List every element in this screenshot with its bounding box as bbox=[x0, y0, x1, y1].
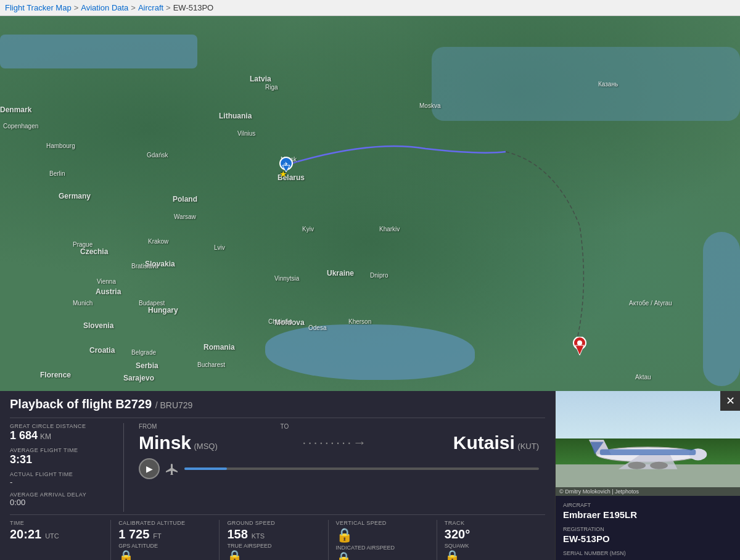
route-arrow: ·········→ bbox=[224, 435, 447, 451]
to-city-block: Kutaisi (KUT) bbox=[453, 432, 539, 453]
svg-rect-11 bbox=[600, 449, 696, 455]
vertical-speed-label: VERTICAL SPEED bbox=[336, 520, 429, 526]
aircraft-info: AIRCRAFT Embraer E195LR REGISTRATION EW-… bbox=[556, 496, 740, 560]
aircraft-type-label: AIRCRAFT bbox=[563, 502, 733, 508]
svg-point-12 bbox=[628, 462, 646, 469]
great-circle-stat: GREAT CIRCLE DISTANCE 1 684 KM bbox=[10, 423, 115, 442]
breadcrumb-sep-1: > bbox=[74, 3, 79, 12]
indicated-airspeed-label: INDICATED AIRSPEED bbox=[336, 545, 429, 551]
aircraft-type-value: Embraer E195LR bbox=[563, 509, 733, 520]
breadcrumb-flight-tracker[interactable]: Flight Tracker Map bbox=[5, 3, 72, 12]
stats-column: GREAT CIRCLE DISTANCE 1 684 KM AVERAGE F… bbox=[10, 423, 124, 512]
ground-speed-value: 158 bbox=[227, 527, 247, 541]
airplane-icon bbox=[165, 461, 179, 476]
true-airspeed-icon: 🔒 bbox=[227, 549, 320, 560]
actual-flight-stat: ACTUAL FLIGHT TIME - bbox=[10, 471, 115, 487]
route-headers: FROM TO bbox=[139, 423, 539, 430]
ground-speed-value-row: 158 KTS bbox=[227, 527, 320, 541]
time-value-row: 20:21 UTC bbox=[10, 527, 103, 541]
registration-value: EW-513PO bbox=[563, 533, 733, 544]
close-button[interactable]: ✕ bbox=[720, 391, 740, 411]
track-value: 320° bbox=[445, 527, 538, 541]
from-code: (MSQ) bbox=[194, 442, 217, 451]
avg-flight-value: 3:31 bbox=[10, 453, 115, 466]
photo-credit: © Dmitry Molokovich | Jetphotos bbox=[556, 487, 740, 496]
breadcrumb-sep-2: > bbox=[131, 3, 136, 12]
true-airspeed-label: TRUE AIRSPEED bbox=[227, 543, 320, 549]
actual-flight-label: ACTUAL FLIGHT TIME bbox=[10, 471, 115, 477]
to-city: Kutaisi bbox=[453, 432, 515, 453]
time-label: TIME bbox=[10, 520, 103, 526]
cal-alt-value: 1 725 bbox=[118, 527, 149, 541]
great-circle-value: 1 684 bbox=[10, 429, 38, 442]
track-col: TRACK 320° SQUAWK 🔒 bbox=[437, 520, 545, 560]
svg-point-13 bbox=[650, 462, 668, 469]
cal-alt-label: CALIBRATED ALTITUDE bbox=[118, 520, 212, 526]
great-circle-label: GREAT CIRCLE DISTANCE bbox=[10, 423, 115, 429]
from-city-block: Minsk (MSQ) bbox=[139, 432, 218, 453]
arrival-delay-value: 0:00 bbox=[10, 498, 115, 507]
aircraft-panel: ✕ bbox=[555, 391, 740, 560]
play-button[interactable]: ▶ bbox=[139, 458, 160, 479]
vertical-speed-col: VERTICAL SPEED 🔒 INDICATED AIRSPEED 🔒 bbox=[329, 520, 437, 560]
gps-alt-label: GPS ALTITUDE bbox=[118, 543, 212, 549]
time-col: TIME 20:21 UTC bbox=[10, 520, 111, 560]
route-row: Minsk (MSQ) ·········→ Kutaisi (KUT) bbox=[139, 432, 539, 453]
from-label: FROM bbox=[139, 423, 157, 430]
progress-fill bbox=[184, 467, 227, 470]
breadcrumb-aviation-data[interactable]: Aviation Data bbox=[81, 3, 128, 12]
from-city: Minsk bbox=[139, 432, 191, 453]
aircraft-silhouette bbox=[574, 429, 722, 473]
gps-alt-icon: 🔒 bbox=[118, 549, 212, 560]
breadcrumb-aircraft[interactable]: Aircraft bbox=[138, 3, 163, 12]
squawk-icon: 🔒 bbox=[445, 549, 538, 560]
playback-label: Playback of flight bbox=[10, 397, 112, 411]
playback-title: Playback of flight B2729 / BRU729 bbox=[10, 397, 545, 411]
to-label: TO bbox=[280, 423, 289, 430]
telemetry-row: TIME 20:21 UTC CALIBRATED ALTITUDE 1 725… bbox=[10, 514, 545, 560]
bottom-section: Playback of flight B2729 / BRU729 GREAT … bbox=[0, 391, 740, 560]
ground-speed-unit: KTS bbox=[252, 532, 265, 540]
to-code: (KUT) bbox=[517, 442, 539, 451]
avg-flight-stat: AVERAGE FLIGHT TIME 3:31 bbox=[10, 447, 115, 466]
aircraft-marker: ✈ ★ bbox=[278, 157, 292, 171]
actual-flight-value: - bbox=[10, 477, 115, 487]
indicated-airspeed-icon: 🔒 bbox=[336, 551, 429, 560]
vertical-speed-icon: 🔒 bbox=[336, 527, 429, 543]
arrival-delay-label: AVERAGE ARRIVAL DELAY bbox=[10, 492, 115, 498]
map-container[interactable]: ✈ ★ LatviaLithuaniaBelarusPolandUkraineR… bbox=[0, 16, 740, 391]
great-circle-unit: KM bbox=[40, 432, 51, 441]
svg-text:✈: ✈ bbox=[284, 161, 289, 167]
callsign: / BRU729 bbox=[155, 400, 193, 410]
avg-flight-label: AVERAGE FLIGHT TIME bbox=[10, 447, 115, 453]
arrival-delay-stat: AVERAGE ARRIVAL DELAY 0:00 bbox=[10, 492, 115, 507]
progress-bar[interactable] bbox=[184, 467, 539, 470]
ground-speed-label: GROUND SPEED bbox=[227, 520, 320, 526]
info-row: GREAT CIRCLE DISTANCE 1 684 KM AVERAGE F… bbox=[10, 418, 545, 512]
registration-label: REGISTRATION bbox=[563, 526, 733, 532]
cal-alt-col: CALIBRATED ALTITUDE 1 725 FT GPS ALTITUD… bbox=[111, 520, 220, 560]
cal-alt-value-row: 1 725 FT bbox=[118, 527, 212, 541]
cal-alt-unit: FT bbox=[153, 532, 161, 540]
squawk-label: SQUAWK bbox=[445, 543, 538, 549]
svg-point-5 bbox=[577, 340, 582, 345]
playback-controls: ▶ bbox=[139, 458, 539, 482]
time-value: 20:21 bbox=[10, 527, 41, 541]
aircraft-photo: © Dmitry Molokovich | Jetphotos bbox=[556, 391, 740, 496]
playback-panel: Playback of flight B2729 / BRU729 GREAT … bbox=[0, 391, 555, 560]
serial-number-label: SERIAL NUMBER (MSN) bbox=[563, 550, 733, 556]
ground-speed-col: GROUND SPEED 158 KTS TRUE AIRSPEED 🔒 bbox=[220, 520, 328, 560]
track-label: TRACK bbox=[445, 520, 538, 526]
breadcrumb: Flight Tracker Map > Aviation Data > Air… bbox=[0, 0, 740, 16]
breadcrumb-current: EW-513PO bbox=[173, 3, 214, 12]
destination-marker bbox=[572, 337, 587, 359]
breadcrumb-sep-3: > bbox=[166, 3, 171, 12]
route-column: FROM TO Minsk (MSQ) ·········→ Kutaisi (… bbox=[133, 423, 545, 512]
flight-number: B2729 bbox=[115, 397, 152, 411]
time-unit: UTC bbox=[45, 532, 59, 540]
svg-marker-4 bbox=[575, 345, 584, 355]
flight-path-svg bbox=[0, 16, 740, 391]
